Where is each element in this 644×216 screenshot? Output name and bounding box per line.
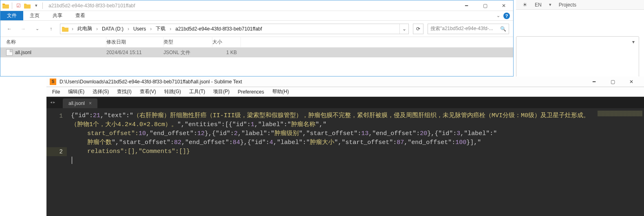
chevron-right-icon: › (95, 26, 99, 32)
file-type: JSONL 文件 (163, 49, 212, 56)
sublime-close-button[interactable]: ✕ (622, 76, 641, 87)
sublime-menubar: File 编辑(E) 选择(S) 查找(I) 查看(V) 转跳(G) 工具(T)… (46, 87, 644, 97)
breadcrumb-users[interactable]: Users (131, 24, 148, 34)
file-name: all.jsonl (15, 50, 31, 55)
chevron-down-icon: ▾ (549, 2, 551, 7)
menu-select[interactable]: 选择(S) (89, 88, 112, 95)
editor-body[interactable]: 1 2 {"id":21,"text":"（右肝肿瘤）肝细胞性肝癌（II-III… (46, 108, 644, 216)
sublime-minimize-button[interactable]: ━ (584, 76, 603, 87)
file-modified: 2024/6/24 15:11 (106, 50, 163, 55)
header-size[interactable]: 大小 (212, 37, 241, 47)
ribbon-tabs: 文件 主页 共享 查看 ⌄ ? (0, 11, 513, 21)
language-label[interactable]: EN (535, 2, 542, 8)
breadcrumb-downloads[interactable]: 下载 (153, 24, 168, 34)
chevron-right-icon: › (126, 26, 131, 32)
menu-view[interactable]: 查看(V) (137, 88, 159, 95)
menu-project[interactable]: 项目(P) (210, 88, 233, 95)
browser-topbar: ☀ EN▾ Projects (516, 0, 644, 10)
minimap-content (598, 111, 642, 116)
menu-help[interactable]: 帮助(H) (269, 88, 292, 95)
text-cursor (72, 157, 72, 164)
sublime-logo-icon: S (50, 79, 56, 85)
menu-prefs[interactable]: Preferences (234, 89, 267, 95)
editor-tab[interactable]: all.jsonl × (63, 98, 97, 108)
tab-home[interactable]: 主页 (23, 11, 46, 20)
window-title: a21bd5d2-e94e-43fd-8f33-beb7101ffabf (49, 3, 135, 9)
menu-goto[interactable]: 转跳(G) (161, 88, 184, 95)
menu-find[interactable]: 查找(I) (114, 88, 135, 95)
search-placeholder: 搜索"a21bd5d2-e94e-43fd-... (430, 25, 493, 32)
maximize-button[interactable]: ▢ (476, 0, 494, 11)
minimap[interactable] (595, 108, 644, 216)
sublime-window: S D:\Users\Downloads\a21bd5d2-e94e-43fd-… (46, 76, 644, 216)
line-gutter: 1 2 (46, 108, 67, 216)
menu-edit[interactable]: 编辑(E) (65, 88, 88, 95)
file-size: 1 KB (212, 50, 241, 55)
nav-up-button[interactable]: ↑ (46, 24, 56, 34)
refresh-button[interactable]: ⟳ (413, 24, 423, 34)
header-name[interactable]: 名称 (0, 37, 106, 47)
breadcrumb-drive[interactable]: DATA (D:) (99, 24, 126, 34)
search-box[interactable]: 搜索"a21bd5d2-e94e-43fd-... 🔍 (428, 24, 509, 34)
menu-tools[interactable]: 工具(T) (186, 88, 208, 95)
explorer-window: ☑ ▾ a21bd5d2-e94e-43fd-8f33-beb7101ffabf… (0, 0, 514, 76)
sublime-titlebar: S D:\Users\Downloads\a21bd5d2-e94e-43fd-… (46, 76, 644, 87)
sublime-tabbar: ◂▸ all.jsonl × (46, 97, 644, 108)
quick-access-toolbar: ☑ ▾ (0, 2, 45, 9)
tab-view[interactable]: 查看 (69, 11, 92, 20)
sublime-maximize-button[interactable]: ▢ (603, 76, 622, 87)
breadcrumb-folder-icon[interactable] (60, 26, 70, 32)
breadcrumb-folder[interactable]: a21bd5d2-e94e-43fd-8f33-beb7101ffabf (173, 24, 265, 34)
close-button[interactable]: ✕ (494, 0, 513, 11)
sublime-title: D:\Users\Downloads\a21bd5d2-e94e-43fd-8f… (60, 79, 242, 85)
nav-history-dropdown[interactable]: ⌄ (32, 24, 42, 34)
projects-label[interactable]: Projects (559, 2, 576, 8)
nav-back-button[interactable]: ← (4, 24, 14, 34)
file-row[interactable]: all.jsonl 2024/6/24 15:11 JSONL 文件 1 KB (0, 48, 513, 57)
folder-icon[interactable] (2, 2, 9, 9)
chevron-right-icon: › (70, 26, 75, 32)
tab-share[interactable]: 共享 (46, 11, 69, 20)
ribbon-expand-icon[interactable]: ⌄ (496, 13, 500, 18)
header-modified[interactable]: 修改日期 (106, 37, 163, 47)
column-headers[interactable]: 名称 修改日期 类型 大小 (0, 37, 513, 48)
fold-icon[interactable]: ◂▸ (50, 99, 55, 105)
menu-file[interactable]: File (49, 89, 63, 95)
chevron-right-icon: › (168, 26, 173, 32)
breadcrumb-thispc[interactable]: 此电脑 (75, 24, 95, 34)
tab-file[interactable]: 文件 (0, 11, 23, 20)
tab-label: all.jsonl (68, 100, 85, 106)
chevron-right-icon: › (148, 26, 153, 32)
breadcrumb[interactable]: › 此电脑 › DATA (D:) › Users › 下载 › a21bd5d… (60, 24, 409, 34)
header-type[interactable]: 类型 (163, 37, 212, 47)
line-number: 1 (60, 113, 63, 119)
checkbox-icon[interactable]: ☑ (15, 2, 22, 9)
folder-small-icon[interactable] (24, 2, 31, 9)
tab-close-icon[interactable]: × (89, 100, 92, 106)
nav-forward-button[interactable]: → (18, 24, 28, 34)
file-icon (6, 49, 13, 56)
address-bar: ← → ⌄ ↑ › 此电脑 › DATA (D:) › Users › 下载 ›… (0, 21, 513, 37)
code-area[interactable]: {"id":21,"text":"（右肝肿瘤）肝细胞性肝癌（II-III级，梁索… (67, 108, 595, 216)
dropdown-chevron-icon: ▾ (632, 39, 635, 45)
minimize-button[interactable]: ━ (457, 0, 476, 11)
qat-overflow-icon[interactable]: ▾ (33, 2, 40, 9)
search-icon[interactable]: 🔍 (500, 26, 506, 32)
breadcrumb-dropdown[interactable]: ⌄ (399, 24, 408, 34)
theme-sun-icon[interactable]: ☀ (523, 2, 527, 8)
line-number-active: 2 (46, 147, 67, 156)
help-icon[interactable]: ? (503, 13, 510, 19)
explorer-titlebar: ☑ ▾ a21bd5d2-e94e-43fd-8f33-beb7101ffabf… (0, 0, 513, 11)
